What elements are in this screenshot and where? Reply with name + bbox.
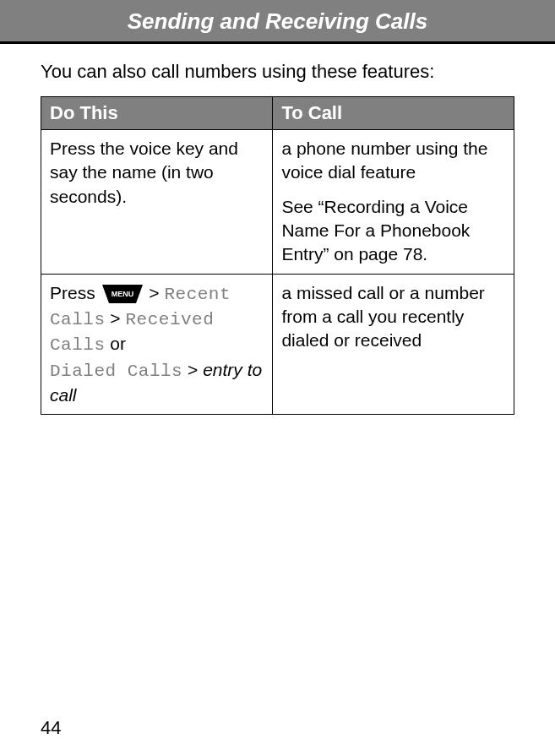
table-row: Press the voice key and say the name (in… — [41, 130, 514, 275]
table-header-to-call: To Call — [273, 97, 514, 130]
gt-separator: > — [182, 360, 203, 379]
gt-separator: > — [144, 283, 165, 302]
row2-right: a missed call or a number from a call yo… — [273, 274, 514, 415]
row1-left: Press the voice key and say the name (in… — [41, 130, 273, 275]
row1-right: a phone number using the voice dial feat… — [273, 130, 514, 275]
page-content: You can also call numbers using these fe… — [0, 44, 555, 415]
press-label: Press — [50, 283, 101, 302]
feature-table: Do This To Call Press the voice key and … — [41, 96, 514, 415]
table-header-do-this: Do This — [41, 97, 273, 130]
menu-path-dialed-calls: Dialed Calls — [50, 362, 182, 381]
menu-key-label: MENU — [111, 290, 133, 298]
row1-right-p1: a phone number using the voice dial feat… — [281, 137, 505, 185]
table-row: Press MENU > Recent Calls > Received Cal… — [41, 274, 514, 415]
menu-key-icon: MENU — [102, 285, 143, 303]
header-title: Sending and Receiving Calls — [128, 8, 427, 34]
or-text: or — [106, 334, 127, 353]
intro-text: You can also call numbers using these fe… — [41, 61, 514, 83]
row2-left: Press MENU > Recent Calls > Received Cal… — [41, 274, 273, 415]
page-number: 44 — [41, 717, 61, 739]
gt-separator: > — [110, 308, 125, 328]
row1-right-p2: See “Recording a Voice Name For a Phoneb… — [281, 195, 505, 267]
page-header: Sending and Receiving Calls — [0, 0, 555, 44]
